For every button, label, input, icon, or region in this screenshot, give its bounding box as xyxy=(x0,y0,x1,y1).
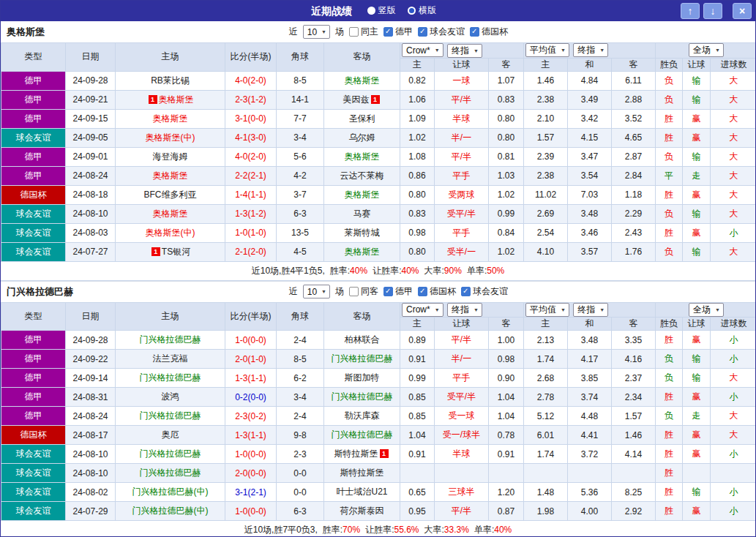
goals-result: 大 xyxy=(711,90,756,109)
recent-results-panel: 近期战绩 竖版 横版 ↑ ↓ × 奥格斯堡 近 10 场 xyxy=(0,0,756,537)
ah-line xyxy=(435,464,489,483)
home-team[interactable]: 奥格斯堡 xyxy=(153,170,188,181)
view-horizontal-radio[interactable]: 横版 xyxy=(408,4,436,17)
home-team[interactable]: 法兰克福 xyxy=(153,353,188,364)
home-team-cell: 奥格斯堡 xyxy=(116,109,225,128)
home-team[interactable]: BFC维多利亚 xyxy=(144,189,197,200)
away-team[interactable]: 斯图加特 xyxy=(345,372,380,383)
average-select[interactable]: 平均值 xyxy=(525,43,569,57)
away-team[interactable]: 门兴格拉德巴赫 xyxy=(332,391,393,402)
bookmaker-select[interactable]: Crow* xyxy=(402,303,444,317)
league-checkbox-friendly[interactable]: 球会友谊 xyxy=(418,26,465,38)
league-checkbox-cup[interactable]: 德国杯 xyxy=(470,26,508,38)
away-team[interactable]: 叶士域治U21 xyxy=(336,487,387,497)
home-team[interactable]: 奥格斯堡(中) xyxy=(146,132,195,143)
match-count-select[interactable]: 10 xyxy=(303,285,330,298)
league-checkbox-bundesliga[interactable]: 德甲 xyxy=(383,285,413,298)
col-result: 胜负 xyxy=(656,318,683,331)
close-button[interactable]: × xyxy=(733,3,752,19)
ah-final-select[interactable]: 终指 xyxy=(447,44,482,58)
view-vertical-radio[interactable]: 竖版 xyxy=(367,4,396,17)
result: 负 xyxy=(656,407,683,426)
ah-home-odds: 0.80 xyxy=(400,242,435,261)
panel-title: 近期战绩 xyxy=(311,5,352,17)
away-team[interactable]: 美因兹 xyxy=(343,94,370,105)
home-team[interactable]: RB莱比锡 xyxy=(151,75,190,86)
match-count-select[interactable]: 10 xyxy=(303,25,330,39)
ah-away-odds: 0.84 xyxy=(489,223,524,242)
home-team[interactable]: 门兴格拉德巴赫 xyxy=(140,372,201,383)
away-team[interactable]: 奥格斯堡 xyxy=(345,75,380,86)
away-team[interactable]: 莱斯特城 xyxy=(345,228,380,238)
league-checkbox-cup[interactable]: 德国杯 xyxy=(418,285,456,298)
ah-away-odds: 0.80 xyxy=(489,109,524,128)
filter-controls: 近 10 场 同主 德甲 球会友谊 德国杯 xyxy=(289,25,508,39)
home-team[interactable]: 奥格斯堡(中) xyxy=(146,228,195,238)
scope-select[interactable]: 全场 xyxy=(689,303,724,317)
away-team[interactable]: 奥格斯堡 xyxy=(345,247,380,257)
col-away: 客场 xyxy=(324,302,400,331)
avg-draw-odds: 3.54 xyxy=(568,166,612,185)
same-home-checkbox[interactable]: 同主 xyxy=(349,26,378,38)
checkbox-icon xyxy=(383,287,393,296)
away-team[interactable]: 斯特拉斯堡 xyxy=(340,467,384,478)
avg-draw-odds: 4.00 xyxy=(568,502,612,521)
ah-line: 受一球 xyxy=(435,407,489,426)
away-team[interactable]: 云达不莱梅 xyxy=(340,170,384,181)
bookmaker-select[interactable]: Crow* xyxy=(402,43,444,57)
away-team[interactable]: 乌尔姆 xyxy=(349,132,375,143)
eu-final-select[interactable]: 终指 xyxy=(573,43,608,57)
league-checkbox-bundesliga[interactable]: 德甲 xyxy=(383,26,413,38)
average-select[interactable]: 平均值 xyxy=(525,303,569,317)
ah-away-odds: 0.90 xyxy=(489,369,524,388)
home-team[interactable]: 门兴格拉德巴赫(中) xyxy=(132,487,209,497)
same-away-checkbox[interactable]: 同客 xyxy=(349,285,378,298)
stat-odd-rate: 单率:40% xyxy=(474,524,512,536)
away-team[interactable]: 马赛 xyxy=(353,209,371,219)
col-eu-draw: 和 xyxy=(568,58,612,71)
away-team[interactable]: 柏林联合 xyxy=(345,334,380,345)
move-up-button[interactable]: ↑ xyxy=(681,3,700,19)
ah-final-select[interactable]: 终指 xyxy=(447,303,482,317)
away-team[interactable]: 门兴格拉德巴赫 xyxy=(332,353,393,364)
home-team[interactable]: 门兴格拉德巴赫 xyxy=(140,448,201,459)
home-team[interactable]: 奥格斯堡 xyxy=(159,94,194,105)
away-team[interactable]: 斯特拉斯堡 xyxy=(334,448,378,459)
corners: 9-8 xyxy=(277,426,324,445)
handicap-result: 输 xyxy=(683,90,711,109)
home-team[interactable]: 奥厄 xyxy=(162,429,179,440)
match-row: 球会友谊 24-08-10 门兴格拉德巴赫 1-0(0-0) 2-3 斯特拉斯堡… xyxy=(1,445,756,464)
match-row: 德甲 24-09-15 奥格斯堡 3-1(0-0) 7-7 圣保利 1.09 半… xyxy=(1,109,756,128)
score: 2-0(0-0) xyxy=(225,464,277,483)
ah-away-odds: 1.04 xyxy=(489,407,524,426)
away-team[interactable]: 奥格斯堡 xyxy=(345,189,380,200)
scope-select[interactable]: 全场 xyxy=(689,43,724,57)
league-badge: 球会友谊 xyxy=(1,204,66,223)
avg-draw-odds: 7.03 xyxy=(568,185,612,204)
home-team[interactable]: 海登海姆 xyxy=(153,151,188,162)
away-team[interactable]: 奥格斯堡 xyxy=(345,151,380,162)
handicap-result: 走 xyxy=(683,407,711,426)
move-down-button[interactable]: ↓ xyxy=(703,3,722,19)
avg-draw-odds: 4.15 xyxy=(568,128,612,147)
away-team[interactable]: 门兴格拉德巴赫 xyxy=(332,429,393,440)
home-team[interactable]: TS银河 xyxy=(162,247,190,257)
home-team[interactable]: 门兴格拉德巴赫 xyxy=(140,334,201,345)
home-team[interactable]: 门兴格拉德巴赫 xyxy=(140,467,201,478)
result: 负 xyxy=(656,90,683,109)
away-team[interactable]: 圣保利 xyxy=(349,113,375,124)
eu-final-select[interactable]: 终指 xyxy=(573,303,608,317)
away-team[interactable]: 勒沃库森 xyxy=(345,410,380,421)
home-team[interactable]: 奥格斯堡 xyxy=(153,113,188,124)
home-team[interactable]: 门兴格拉德巴赫 xyxy=(140,410,201,421)
col-eu-away: 客 xyxy=(612,318,656,331)
home-team[interactable]: 门兴格拉德巴赫(中) xyxy=(132,506,209,516)
league-checkbox-friendly[interactable]: 球会友谊 xyxy=(461,285,508,298)
home-team[interactable]: 波鸿 xyxy=(162,391,179,402)
score: 2-1(2-0) xyxy=(225,242,277,261)
avg-away-odds: 2.87 xyxy=(612,147,656,166)
home-team[interactable]: 奥格斯堡 xyxy=(153,209,188,219)
match-date: 24-09-05 xyxy=(66,128,116,147)
handicap-result: 赢 xyxy=(683,185,711,204)
away-team[interactable]: 荷尔斯泰因 xyxy=(340,506,384,516)
